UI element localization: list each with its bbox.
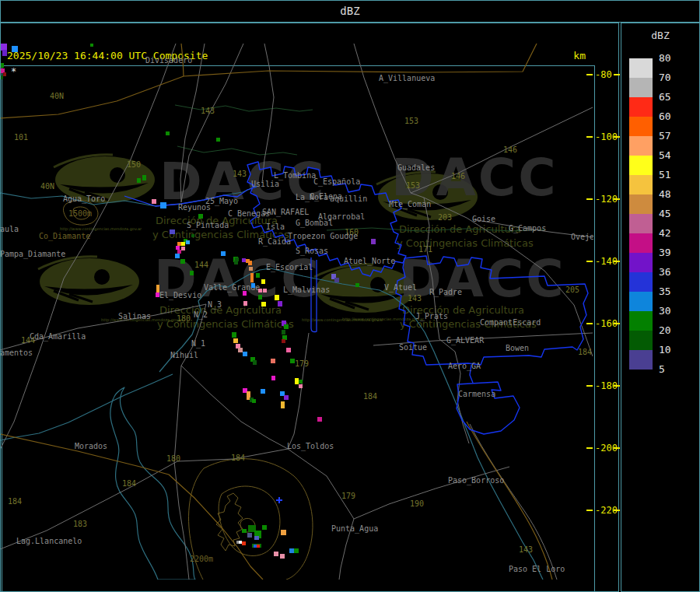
legend-swatch xyxy=(629,97,653,117)
right-axis-tick xyxy=(614,198,620,200)
right-axis-tick xyxy=(586,385,593,387)
right-axis-tick xyxy=(614,74,620,75)
right-axis-tick xyxy=(586,74,593,75)
legend-label: 70 xyxy=(659,72,690,84)
legend-label: 65 xyxy=(659,91,690,103)
legend-label: 45 xyxy=(659,208,690,220)
legend-label: 57 xyxy=(659,130,690,142)
legend-swatch xyxy=(629,253,653,272)
legend-swatch xyxy=(629,175,653,194)
radar-composite-app: dBZ 2025/10/23 16:44:00 UTC Composite km… xyxy=(0,0,700,592)
legend-label: 48 xyxy=(659,188,690,201)
legend-label: 80 xyxy=(659,52,690,65)
right-axis-tick xyxy=(586,261,593,262)
map-panel: 2025/10/23 16:44:00 UTC Composite km km … xyxy=(0,23,619,592)
legend-label: 42 xyxy=(659,227,690,240)
legend-swatch xyxy=(629,350,653,370)
legend-swatch xyxy=(629,78,653,97)
legend-swatch xyxy=(629,233,653,253)
right-axis-tick xyxy=(614,510,620,511)
right-axis-tick xyxy=(586,198,593,200)
right-axis-tick xyxy=(586,136,593,138)
legend-label: 35 xyxy=(659,285,690,298)
page-title: dBZ xyxy=(340,5,359,17)
legend-swatch xyxy=(629,272,653,292)
legend-label: 36 xyxy=(659,266,690,278)
right-axis-tick xyxy=(586,323,593,324)
right-axis-tick xyxy=(614,385,620,387)
title-bar: dBZ xyxy=(0,0,700,23)
legend-label: 54 xyxy=(659,149,690,162)
legend-label: 60 xyxy=(659,110,690,123)
legend-swatch xyxy=(629,136,653,156)
right-axis-tick xyxy=(614,261,620,262)
legend-label: 30 xyxy=(659,305,690,317)
legend-swatch xyxy=(629,117,653,136)
right-axis-tick xyxy=(614,136,620,138)
legend-swatch xyxy=(629,214,653,233)
right-axis-tick xyxy=(614,447,620,449)
legend-swatch xyxy=(629,331,653,350)
legend-label: 10 xyxy=(659,344,690,356)
legend-label: 20 xyxy=(659,324,690,337)
legend-panel: dBZ 807065605754514845423936353020105 xyxy=(621,23,700,592)
timestamp: 2025/10/23 16:44:00 UTC Composite xyxy=(7,47,208,65)
legend-title: dBZ xyxy=(621,30,699,41)
legend-label: 5 xyxy=(659,363,690,376)
header-unit-label: km xyxy=(573,47,586,65)
right-axis-tick xyxy=(614,323,620,324)
legend-swatch xyxy=(629,292,653,311)
legend-swatch xyxy=(629,156,653,175)
map-frame xyxy=(2,65,595,592)
legend-swatch xyxy=(629,311,653,331)
legend-swatch xyxy=(629,194,653,214)
header-row: 2025/10/23 16:44:00 UTC Composite km xyxy=(2,47,593,65)
legend-label: 51 xyxy=(659,169,690,181)
right-axis-tick xyxy=(586,510,593,511)
legend-label: 39 xyxy=(659,247,690,259)
right-axis-tick xyxy=(586,447,593,449)
legend-swatch xyxy=(629,58,653,78)
